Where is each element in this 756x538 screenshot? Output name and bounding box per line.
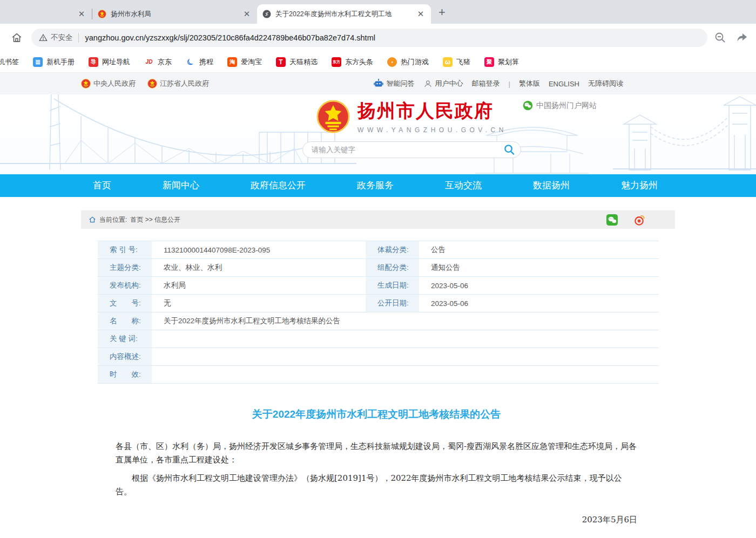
gov-link-label: 江苏省人民政府: [160, 79, 209, 88]
summary-value: [153, 348, 659, 365]
bookmark-ctrip[interactable]: ☾ 携程: [179, 57, 220, 67]
row-label: 发布机构:: [97, 277, 153, 294]
browser-tab-strip: ✕ 扬州市水利局 ✕ 关于2022年度扬州市水利工程文明工地 ✕ +: [0, 0, 756, 24]
article-paragraph: 各县（市、区）水利（务）局，扬州经济开发区城乡事务管理局，生态科技新城规划建设局…: [116, 440, 637, 467]
link-jiangsu-government[interactable]: 江苏省人民政府: [147, 79, 209, 88]
bookmark-new-phone-manual[interactable]: ≣ 新机手册: [26, 57, 82, 67]
security-label: 不安全: [51, 33, 73, 43]
share-icon[interactable]: [735, 31, 748, 44]
nav-gov-info-disclosure[interactable]: 政府信息公开: [251, 174, 306, 197]
nav-data-yangzhou[interactable]: 数据扬州: [533, 174, 570, 197]
wechat-share-icon[interactable]: [606, 214, 618, 226]
generate-date-value: 2023-05-06: [420, 277, 659, 294]
tab-partial[interactable]: ✕: [0, 4, 92, 24]
national-emblem-icon: [316, 100, 350, 133]
site-logo[interactable]: 扬州市人民政府 WWW.YANGZHOU.GOV.CN: [302, 99, 521, 134]
new-tab-button[interactable]: +: [438, 5, 446, 19]
search-input[interactable]: [302, 141, 521, 158]
document-name-value: 关于2022年度扬州市水利工程文明工地考核结果的公告: [153, 312, 659, 330]
taobao-icon: 淘: [227, 57, 237, 67]
traditional-chinese-link[interactable]: 繁体版: [519, 79, 540, 88]
nav-gov-services[interactable]: 政务服务: [357, 174, 394, 197]
gov-link-label: 中央人民政府: [93, 79, 136, 88]
not-secure-warning-icon: [39, 33, 48, 42]
bookmark-phone-bookmarks[interactable]: 机书签: [0, 57, 26, 67]
bookmark-fliggy[interactable]: ω 飞猪: [436, 57, 477, 67]
tab-close-icon[interactable]: ✕: [416, 9, 426, 19]
bridge-sketch-right: [613, 94, 756, 174]
table-row: 时 效:: [97, 366, 659, 384]
bookmark-eastday[interactable]: 东方 东方头条: [325, 57, 380, 67]
bookmark-tmall[interactable]: T 天猫精选: [269, 57, 325, 67]
games-icon: ▪: [387, 57, 397, 67]
tab-title: 关于2022年度扬州市水利工程文明工地: [275, 10, 411, 19]
table-row: 名 称: 关于2022年度扬州市水利工程文明工地考核结果的公告: [97, 312, 659, 330]
bookmark-label: 机书签: [0, 57, 19, 67]
smart-qa-label: 智能问答: [387, 79, 415, 88]
wechat-icon: [523, 100, 533, 111]
user-center-link[interactable]: 用户中心: [423, 79, 463, 88]
bookmark-jd[interactable]: JD 京东: [137, 57, 179, 67]
gov-emblem-favicon: [98, 10, 106, 18]
nav-home[interactable]: 首页: [93, 174, 111, 197]
article-date: 2023年5月6日: [116, 515, 637, 525]
user-icon: [423, 79, 433, 88]
nav-interaction[interactable]: 互动交流: [445, 174, 482, 197]
portal-link[interactable]: 中国扬州门户网站: [523, 100, 597, 111]
row-label: 组配分类:: [365, 259, 420, 276]
url-omnibox[interactable]: 不安全 yangzhou.gov.cn/yzszxxgk/slj/202305/…: [31, 29, 707, 47]
search-icon[interactable]: [503, 144, 516, 156]
article-paragraph: 根据《扬州市水利工程文明工地建设管理办法》（扬水规[2019]1号），2022年…: [116, 472, 637, 499]
tab-active-announcement[interactable]: 关于2022年度扬州市水利工程文明工地 ✕: [257, 4, 431, 24]
index-number-value: 11321000014407098E-2023-095: [153, 241, 365, 258]
smart-qa-link[interactable]: 智能问答: [373, 78, 415, 89]
article-body: 关于2022年度扬州市水利工程文明工地考核结果的公告 各县（市、区）水利（务）局…: [81, 407, 675, 538]
bookmark-label: 天猫精选: [289, 57, 318, 67]
omnibox-divider: [78, 33, 79, 43]
bookmark-hot-games[interactable]: ▪ 热门游戏: [380, 57, 436, 67]
table-row: 关 键 词:: [97, 330, 659, 348]
validity-value: [153, 366, 659, 383]
issuing-agency-value: 水利局: [153, 277, 365, 294]
manual-icon: ≣: [33, 57, 43, 67]
tab-close-icon[interactable]: ✕: [77, 9, 86, 19]
row-label: 公开日期:: [365, 295, 420, 312]
breadcrumb-path[interactable]: 首页 >> 信息公开: [130, 215, 180, 224]
bookmark-juhuasuan[interactable]: 聚 聚划算: [477, 57, 526, 67]
site-url: WWW.YANGZHOU.GOV.CN: [357, 126, 507, 134]
table-row: 主题分类: 农业、林业、水利 组配分类: 通知公告: [97, 259, 659, 277]
tab-close-icon[interactable]: ✕: [242, 9, 252, 19]
gov-emblem-icon: [81, 79, 91, 88]
bookmark-url-navigation[interactable]: 导 网址导航: [82, 57, 137, 67]
bookmark-label: 热门游戏: [401, 57, 429, 67]
bookmarks-bar: 机书签 ≣ 新机手册 导 网址导航 JD 京东 ☾ 携程 淘 爱淘宝 T 天猫精…: [0, 51, 756, 73]
publish-date-value: 2023-05-06: [420, 295, 659, 312]
document-info-table: 索 引 号: 11321000014407098E-2023-095 体裁分类:…: [97, 241, 659, 384]
accessibility-link[interactable]: 无障碍阅读: [588, 79, 623, 88]
table-row: 内容概述:: [97, 348, 659, 366]
zoom-out-icon[interactable]: [714, 31, 727, 44]
mail-login-link[interactable]: 邮箱登录: [472, 79, 500, 88]
bookmark-aitaobao[interactable]: 淘 爱淘宝: [220, 57, 269, 67]
nav-charm-yangzhou[interactable]: 魅力扬州: [621, 174, 658, 197]
home-icon[interactable]: [11, 32, 23, 44]
row-label: 名 称:: [97, 312, 153, 330]
row-label: 关 键 词:: [97, 330, 153, 348]
gov-emblem-icon: [147, 79, 157, 88]
weibo-share-icon[interactable]: [633, 214, 646, 226]
english-link[interactable]: ENGLISH: [549, 80, 579, 88]
tmall-icon: T: [276, 57, 286, 67]
breadcrumb-home-icon[interactable]: [89, 216, 96, 223]
bookmark-label: 聚划算: [498, 57, 519, 67]
row-label: 文 号:: [97, 295, 153, 312]
breadcrumb: 当前位置: 首页 >> 信息公开: [81, 210, 675, 229]
link-central-government[interactable]: 中央人民政府: [81, 79, 136, 88]
bookmark-label: 新机手册: [46, 57, 75, 67]
table-row: 发布机构: 水利局 生成日期: 2023-05-06: [97, 277, 659, 295]
jd-icon: JD: [144, 57, 154, 67]
tab-title: 扬州市水利局: [111, 10, 238, 19]
row-label: 体裁分类:: [365, 241, 420, 258]
nav-news-center[interactable]: 新闻中心: [163, 174, 199, 197]
nav-site-icon: 导: [89, 57, 98, 67]
tab-water-bureau[interactable]: 扬州市水利局 ✕: [92, 4, 257, 24]
